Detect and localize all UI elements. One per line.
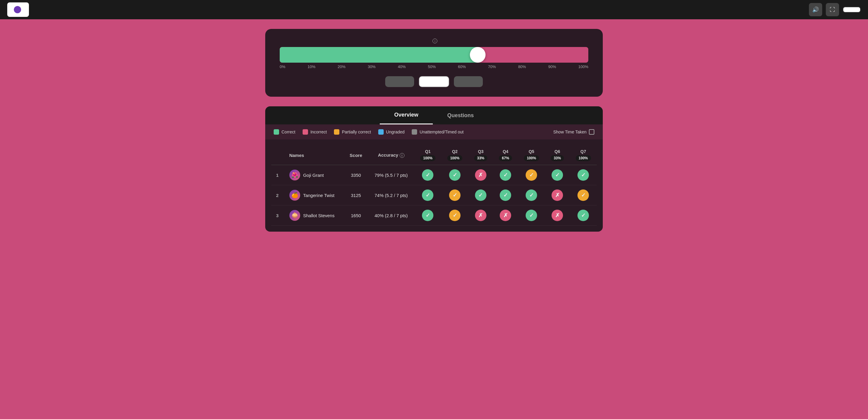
legend-unattempted: Unattempted/Timed out [412, 129, 464, 135]
th-q3: Q3 33% [468, 146, 493, 165]
table-row: 3 🧅 Shallot Stevens 1650 40% (2.8 / 7 pt… [271, 205, 597, 226]
result-circle: ✓ [475, 190, 487, 201]
main-content: i 0% 10% 20% 30% 40% 50% 60% 70% 80% 90%… [0, 19, 868, 241]
review-questions-button[interactable] [454, 76, 483, 87]
result-circle: ✓ [578, 169, 589, 181]
legend-bar: Correct Incorrect Partially correct Ungr… [265, 124, 603, 139]
action-buttons [280, 76, 588, 87]
tick-50: 50% [428, 64, 436, 69]
accuracy-table-info-icon[interactable]: i [400, 153, 404, 158]
result-circle: ✓ [526, 169, 537, 181]
th-q6: Q6 33% [545, 146, 569, 165]
result-circle: ✓ [578, 210, 589, 221]
table-header-row: Names Score Accuracy i Q1 100% [271, 146, 597, 165]
progress-bar-fill [280, 47, 477, 63]
result-circle: ✗ [475, 210, 487, 221]
player-name-text: Shallot Stevens [303, 213, 335, 218]
tick-0: 0% [280, 64, 285, 69]
fullscreen-button[interactable]: ⛶ [826, 3, 839, 16]
result-circle: ✓ [526, 210, 537, 221]
th-q7: Q7 100% [569, 146, 597, 165]
exit-button[interactable] [843, 7, 861, 13]
result-q2: ✓ [441, 205, 468, 226]
rank-cell: 2 [271, 185, 284, 205]
th-q4: Q4 67% [493, 146, 518, 165]
tab-questions[interactable]: Questions [433, 106, 488, 124]
result-q5: ✓ [518, 185, 545, 205]
result-q3: ✗ [468, 165, 493, 185]
result-q4: ✓ [493, 185, 518, 205]
result-circle: ✓ [422, 190, 433, 201]
replay-button[interactable] [385, 76, 414, 87]
result-q5: ✓ [518, 165, 545, 185]
result-circle: ✓ [422, 169, 433, 181]
results-table: Names Score Accuracy i Q1 100% [271, 146, 597, 226]
tick-80: 80% [518, 64, 526, 69]
accuracy-cell: 40% (2.8 / 7 pts) [368, 205, 414, 226]
avatar: 🧅 [289, 210, 300, 221]
results-table-wrapper: Names Score Accuracy i Q1 100% [265, 139, 603, 232]
th-q1: Q1 100% [414, 146, 441, 165]
player-name-text: Tangerine Twist [303, 193, 335, 198]
result-q4: ✓ [493, 165, 518, 185]
legend-partial: Partially correct [334, 129, 371, 135]
result-circle: ✓ [526, 190, 537, 201]
rank-number: 1 [276, 172, 278, 178]
result-q3: ✗ [468, 205, 493, 226]
result-q7: ✓ [569, 185, 597, 205]
score-cell: 3350 [344, 165, 368, 185]
rank-number: 2 [276, 193, 278, 198]
table-row: 1 🌺 Goji Grant 3350 79% (5.5 / 7 pts) ✓ … [271, 165, 597, 185]
legend-ungraded: Ungraded [378, 129, 405, 135]
result-circle: ✗ [552, 210, 563, 221]
table-row: 2 🍊 Tangerine Twist 3125 74% (5.2 / 7 pt… [271, 185, 597, 205]
show-time-taken: Show Time Taken [553, 129, 594, 135]
result-q1: ✓ [414, 205, 441, 226]
result-q3: ✓ [468, 185, 493, 205]
tick-100: 100% [578, 64, 588, 69]
result-circle: ✓ [552, 169, 563, 181]
th-q5: Q5 100% [518, 146, 545, 165]
tick-60: 60% [458, 64, 466, 69]
show-time-checkbox[interactable] [589, 129, 594, 135]
result-circle: ✗ [475, 169, 487, 181]
result-circle: ✓ [500, 190, 511, 201]
result-circle: ✓ [578, 190, 589, 201]
top-nav: 🔊 ⛶ [0, 0, 868, 19]
legend-incorrect-label: Incorrect [310, 130, 327, 134]
legend-correct-dot [274, 129, 279, 135]
result-q1: ✓ [414, 185, 441, 205]
legend-partial-label: Partially correct [342, 130, 371, 134]
accuracy-info-icon[interactable]: i [433, 38, 437, 43]
logo-q-icon [14, 6, 21, 13]
accuracy-badge [470, 47, 486, 63]
th-rank [271, 146, 284, 165]
name-cell: 🌺 Goji Grant [284, 165, 344, 185]
legend-correct: Correct [274, 129, 296, 135]
tabs-bar: Overview Questions [265, 106, 603, 124]
result-q7: ✓ [569, 165, 597, 185]
legend-partial-dot [334, 129, 339, 135]
logo [7, 2, 29, 17]
legend-ungraded-label: Ungraded [386, 130, 405, 134]
tick-70: 70% [488, 64, 496, 69]
progress-bar [280, 47, 588, 63]
avatar: 🍊 [289, 190, 300, 201]
rank-cell: 3 [271, 205, 284, 226]
legend-incorrect: Incorrect [303, 129, 327, 135]
tick-40: 40% [398, 64, 406, 69]
legend-ungraded-dot [378, 129, 384, 135]
assign-quiz-button[interactable] [419, 76, 449, 87]
sound-button[interactable]: 🔊 [809, 3, 822, 16]
overview-section: Overview Questions Correct Incorrect Par… [265, 106, 603, 232]
accuracy-card: i 0% 10% 20% 30% 40% 50% 60% 70% 80% 90%… [265, 29, 603, 97]
name-cell: 🍊 Tangerine Twist [284, 185, 344, 205]
progress-ticks: 0% 10% 20% 30% 40% 50% 60% 70% 80% 90% 1… [280, 64, 588, 69]
result-circle: ✓ [449, 210, 461, 221]
score-cell: 1650 [344, 205, 368, 226]
player-name: 🧅 Shallot Stevens [289, 210, 339, 221]
result-q6: ✗ [545, 185, 569, 205]
legend-unattempted-dot [412, 129, 417, 135]
tab-overview[interactable]: Overview [380, 106, 433, 124]
result-q6: ✓ [545, 165, 569, 185]
